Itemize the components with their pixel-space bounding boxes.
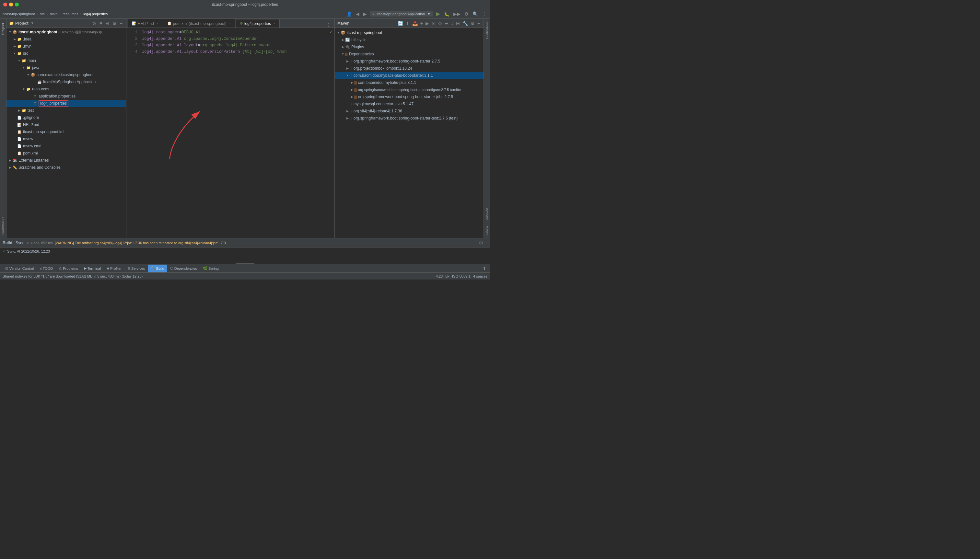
tab-overflow-icon[interactable]: ⋮ [323,22,333,28]
panel-settings-icon[interactable]: ⚙ [111,20,118,26]
panel-dropdown-icon[interactable]: ▼ [30,21,35,26]
tree-item-resources[interactable]: ▼ 📁 resources [7,86,126,93]
breadcrumb-item-project[interactable]: itcast-mp-springboot [3,12,35,16]
breadcrumb-item-resources[interactable]: resources [63,12,78,16]
maven-item-plugins[interactable]: ▶ 🔌 Plugins [335,43,484,51]
tree-item-appprop[interactable]: ▶ ⚙ application.properties [7,93,126,100]
settings-icon[interactable]: ⚙ [463,11,469,17]
maven-item-deps[interactable]: ▼ ||| Dependencies [335,51,484,58]
tree-item-helpmd[interactable]: ▶ 📝 HELP.md [7,121,126,128]
status-lf[interactable]: LF [445,275,449,278]
maven-item-mybatis-core[interactable]: ▶ ||| com.baomidou:mybatis-plus:3.1.1 [335,79,484,86]
maven-item-lombok[interactable]: ▶ ||| org.projectlombok:lombok:1.18.24 [335,65,484,72]
debug-button[interactable]: 🐛 [443,11,451,17]
tab-pomxml[interactable]: 📋 pom.xml (itcast-mp-springboot) × [163,19,235,28]
tree-item-pomxml[interactable]: ▶ 📋 pom.xml [7,150,126,157]
navigate-forward-icon[interactable]: ▶ [362,11,368,17]
tab-close-log4j[interactable]: × [274,22,275,25]
tree-item-scratches[interactable]: ▶ ✏️ Scratches and Consoles [7,164,126,171]
editor-content[interactable]: 1 2 3 4 log4j.rootLogger=DEBUG,A1 log4j.… [126,28,335,238]
more-run-options-icon[interactable]: ▶▶ [453,11,461,17]
maven-toggle-icon[interactable]: ⊡ [431,20,436,26]
maven-item-autoconfigure[interactable]: ▶ ||| org.springframework.boot:spring-bo… [335,86,484,93]
maven-item-mybatis[interactable]: ▼ ||| com.baomidou:mybatis-plus-boot-sta… [335,72,484,79]
maven-item-slf4j[interactable]: ▶ ||| org.slf4j:slf4j-reload4j:1.7.36 [335,108,484,115]
maven-item-root[interactable]: ▼ 📦 itcast-mp-springboot [335,29,484,36]
maven-run-icon[interactable]: ▶ [425,20,430,26]
more-icon[interactable]: ⋮ [481,11,488,17]
breadcrumb-item-file[interactable]: log4j.properties [83,12,108,16]
maven-panel-settings-icon[interactable]: ⚙ [469,20,476,26]
tab-dependencies[interactable]: ⬡ Dependencies [167,265,200,272]
maven-item-spring-starter[interactable]: ▶ ||| org.springframework.boot:spring-bo… [335,58,484,65]
tab-version-control[interactable]: ◎ Version Control [3,265,36,272]
maven-connect-icon[interactable]: ⬌ [444,20,449,26]
tab-close-helpmd[interactable]: × [156,22,159,25]
tab-build[interactable]: 🔨 Build [148,265,167,272]
database-strip-label[interactable]: Database [485,207,489,220]
tree-item-iml[interactable]: ▶ 📋 itcast-mp-springboot.iml [7,128,126,136]
minimize-button[interactable] [9,3,13,7]
bottom-toolbar-expand-icon[interactable]: ⬆ [482,265,488,272]
maven-add-icon[interactable]: + [420,20,424,26]
status-indent[interactable]: 4 spaces [473,275,488,278]
tab-close-pomxml[interactable]: × [229,22,231,25]
maven-settings-icon[interactable]: 🔧 [461,20,469,26]
status-line-col[interactable]: 4:23 [436,275,443,278]
tree-item-com[interactable]: ▼ 📦 com.example.itcastmpspringboot [7,71,126,78]
tree-item-mvnwcmd[interactable]: ▶ 📄 mvnw.cmd [7,142,126,150]
tree-item-mvn[interactable]: ▶ 📁 .mvn [7,43,126,50]
tree-item-mainclass[interactable]: ▶ ☕ ItcastMpSpringbootApplication [7,78,126,86]
maven-expand-icon[interactable]: ↕ [450,20,454,26]
maven-strip-label[interactable]: Maven [485,226,489,235]
code-area[interactable]: log4j.rootLogger=DEBUG,A1 log4j.appender… [139,28,335,238]
tree-item-mvnw[interactable]: ▶ 📄 mvnw [7,136,126,142]
maven-download-icon[interactable]: ⬇ [405,20,411,26]
maven-item-jdbc[interactable]: ▶ ||| org.springframework.boot:spring-bo… [335,93,484,101]
tree-item-root[interactable]: ▼ 📦 itcast-mp-springboot ~/Desktop/项目/it… [7,28,126,36]
maven-item-lifecycle[interactable]: ▶ 🔄 Lifecycle [335,36,484,43]
tab-problems[interactable]: ⚠ Problems [56,265,80,272]
tree-item-src[interactable]: ▼ 📁 src [7,50,126,57]
run-button[interactable]: ▶ [435,10,441,18]
expand-all-icon[interactable]: ≡ [98,20,103,26]
maven-refresh-icon[interactable]: 🔄 [397,20,404,26]
tab-todo[interactable]: ≡ TODO [37,265,55,272]
search-icon[interactable]: 🔍 [471,11,479,17]
tree-item-java[interactable]: ▼ 📁 java [7,64,126,71]
window-controls[interactable] [3,3,19,7]
run-config-dropdown[interactable]: ● ItcastMpSpringbootApplication ▼ [370,12,433,17]
maximize-button[interactable] [15,3,19,7]
panel-minimize-icon[interactable]: − [119,20,123,26]
collapse-all-icon[interactable]: ⊟ [104,20,110,26]
build-settings-icon[interactable]: ⚙ [479,240,483,245]
tab-profiler[interactable]: ◈ Profiler [104,265,124,272]
sync-close-icon[interactable]: × [27,241,29,245]
tree-item-log4j[interactable]: ▶ ⚙ log4j.properties [7,100,126,107]
status-charset[interactable]: ISO-8859-1 [452,275,471,278]
tree-item-extlibs[interactable]: ▶ 📚 External Libraries [7,157,126,164]
breadcrumb-item-src[interactable]: src [40,12,45,16]
bookmarks-strip-label[interactable]: Bookmarks [1,217,5,235]
build-collapse-icon[interactable]: − [485,241,488,245]
close-button[interactable] [3,3,7,7]
maven-download-src-icon[interactable]: 📥 [411,20,419,26]
tab-terminal[interactable]: ▶ Terminal [81,265,104,272]
scroll-to-file-icon[interactable]: ⊙ [91,20,97,26]
sync-tab[interactable]: Sync [15,241,24,245]
navigate-back-icon[interactable]: ◀ [355,11,360,17]
tree-item-gitignore[interactable]: ▶ 📄 .gitignore [7,114,126,121]
maven-item-test[interactable]: ▶ ||| org.springframework.boot:spring-bo… [335,115,484,122]
maven-item-mysql[interactable]: ▶ ||| mysql:mysql-connector-java:5.1.47 [335,101,484,108]
tab-helpmd[interactable]: 📝 HELP.md × [128,19,163,28]
maven-skip-icon[interactable]: ⊘ [437,20,443,26]
project-strip-label[interactable]: Project [1,23,5,35]
tree-item-main[interactable]: ▼ 📁 main [7,57,126,64]
maven-panel-close-icon[interactable]: − [476,20,481,26]
notifications-strip-label[interactable]: Notifications [485,22,489,39]
tree-item-idea[interactable]: ▶ 📁 .idea [7,36,126,43]
maven-collapse-icon[interactable]: ⊟ [455,20,461,26]
tab-log4j[interactable]: ⚙ log4j.properties × [235,19,280,28]
tree-item-test[interactable]: ▶ 📁 test [7,107,126,114]
tab-services[interactable]: ⊞ Services [125,265,148,272]
